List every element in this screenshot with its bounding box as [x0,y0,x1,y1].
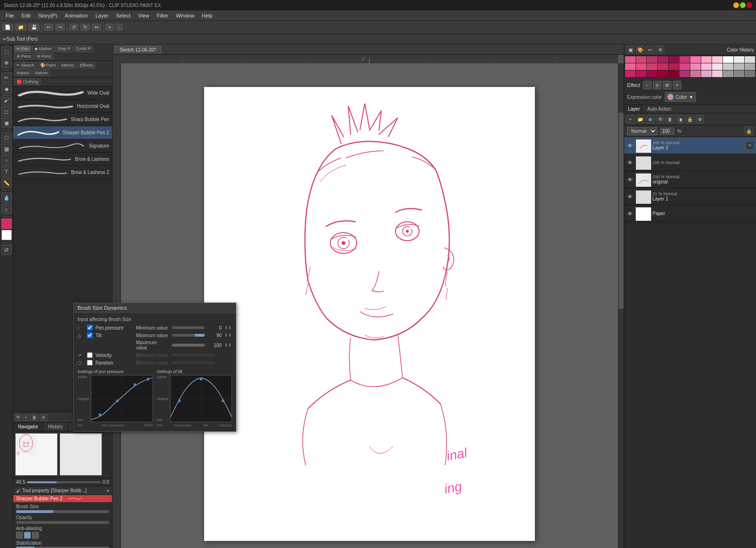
layer-lock-transparent[interactable]: 🔒 [745,127,753,135]
color-swatch-22[interactable] [734,63,744,70]
right-icon-history[interactable]: ↩ [646,45,654,54]
color-swatch-27[interactable] [658,70,668,77]
layer-edit-layer2[interactable]: ✏ [746,141,754,150]
color-swatch-24[interactable] [625,70,636,77]
brush-item-brow-lash-2[interactable]: Brow & Lashess 2 [13,166,112,179]
tool-select[interactable]: ⬚ [1,46,12,57]
layer-eye-unnamed[interactable]: 👁 [626,159,634,166]
tool-marker[interactable]: ◆ [1,84,12,94]
brush-cat-sketch[interactable]: ✏ Sketch [14,62,37,69]
menu-view[interactable]: View [134,12,153,19]
toolbar-flip-h[interactable]: ⇔ [92,24,101,31]
color-swatch-11[interactable] [745,56,755,63]
brush-copy-btn[interactable]: ⧉ [15,414,21,421]
aa-smooth[interactable] [32,532,39,539]
layer-ctrl-new[interactable]: + [626,115,635,123]
color-swatch-32[interactable] [712,70,722,77]
effect-icon-grid[interactable]: ⊞ [663,81,671,89]
color-swatch-18[interactable] [690,63,701,70]
layer-ctrl-merge[interactable]: ⊕ [646,115,654,123]
opacity-slider[interactable] [16,521,109,524]
color-swatch-23[interactable] [745,63,755,70]
brush-cat-marker[interactable]: ◆ Marker [32,45,54,52]
scrollbar-vertical[interactable] [618,63,624,548]
layer-ctrl-delete[interactable]: 🗑 [666,115,674,123]
tool-crop[interactable]: ▦ [1,144,12,154]
menu-animation[interactable]: Animation [61,12,92,19]
right-icon-layers[interactable]: ▣ [626,45,635,54]
brush-cat-pen[interactable]: ✏ Pen [14,45,31,52]
opacity-input[interactable] [660,128,674,135]
brush-cat-onyi[interactable]: Onyi P [55,45,73,52]
tool-zoom[interactable]: ⌕ [1,204,12,214]
color-swatch-35[interactable] [745,70,755,77]
brush-cat-effects[interactable]: Effects [77,62,95,69]
tool-shape[interactable]: ○ [1,155,12,165]
brush-size-slider[interactable] [16,510,109,513]
brush-cat-dami[interactable]: DAMI P [74,45,93,52]
toolbar-zoom-out[interactable]: - [116,24,123,31]
menu-help[interactable]: Help [198,12,216,19]
layer-ctrl-copy[interactable]: ⧉ [656,115,664,123]
brush-item-wide-oval[interactable]: Wide Oval [13,87,112,100]
color-swatch-3[interactable] [658,56,668,63]
color-swatch-7[interactable] [701,56,712,63]
right-icon-settings[interactable]: ⚙ [656,45,664,54]
color-swatch-4[interactable] [669,56,679,63]
close-btn[interactable] [747,2,752,8]
layer-eye-paper[interactable]: 👁 [626,210,634,217]
color-swatch-2[interactable] [647,56,657,63]
brush-item-sharper-bubble-2[interactable]: Sharper Bubble Pen 2 [13,126,112,139]
effect-icon-4[interactable]: ≡ [673,81,681,89]
color-swatch-17[interactable] [679,63,690,70]
tool-color-fg[interactable] [1,218,12,229]
maximize-btn[interactable] [740,2,746,8]
nav-tab-navigator[interactable]: Navigator [13,423,43,431]
menu-layer[interactable]: Layer [92,12,112,19]
layer-tab-layer[interactable]: Layer [624,105,644,113]
color-swatch-9[interactable] [723,56,733,63]
layer-item-layer1[interactable]: 👁 21 % Normal Layer 1 [624,188,756,205]
brush-item-sharp-bubble[interactable]: Sharp Bubble Pen [13,113,112,126]
random-check[interactable] [87,360,93,365]
color-swatch-26[interactable] [647,70,657,77]
blend-mode-select[interactable]: Normal Multiply Screen [627,127,657,135]
layer-ctrl-folder[interactable]: 📁 [636,115,644,123]
color-swatch-13[interactable] [636,63,646,70]
color-swatch-1[interactable] [636,56,646,63]
layer-item-original[interactable]: 👁 100 % Normal original [624,171,756,188]
tool-prop-expand[interactable]: ≡ [107,488,109,493]
color-swatch-20[interactable] [712,63,722,70]
zoom-slider[interactable] [27,481,101,483]
toolbar-zoom-in[interactable]: + [105,24,114,31]
canvas-paper[interactable]: inal ing [204,87,535,541]
color-swatch-29[interactable] [679,70,690,77]
toolbar-open[interactable]: 📁 [15,24,26,31]
menu-edit[interactable]: Edit [18,12,34,19]
tool-color-bg[interactable] [1,230,12,240]
color-swatch-5[interactable] [679,56,690,63]
brush-add-btn[interactable]: + [23,414,29,421]
effect-icon-1[interactable]: ○ [643,81,652,89]
color-swatch-33[interactable] [723,70,733,77]
layer-eye-layer2[interactable]: 👁 [626,142,634,149]
layer-eye-original[interactable]: 👁 [626,176,634,183]
layer-ctrl-lock[interactable]: 🔒 [686,115,694,123]
brush-cat-paint[interactable]: 🎨 Paint [38,62,59,69]
color-swatch-34[interactable] [734,70,744,77]
tool-ruler[interactable]: 📏 [1,178,12,188]
tool-lasso[interactable]: ⬡ [1,132,12,143]
color-swatch-14[interactable] [647,63,657,70]
color-swatch-30[interactable] [690,70,701,77]
color-swatch-6[interactable] [690,56,701,63]
brush-cat-pens2[interactable]: ⊕ Pens [34,53,54,60]
color-swatch-12[interactable] [625,63,636,70]
brush-cat-impact[interactable]: Impact [14,70,32,76]
right-icon-color[interactable]: 🎨 [636,45,644,54]
tool-move[interactable]: ✥ [1,58,12,68]
tool-eyedropper[interactable]: 💧 [1,192,12,203]
minimize-btn[interactable] [733,2,739,8]
menu-filter[interactable]: Filter [153,12,172,19]
toolbar-new[interactable]: 📄 [2,24,13,31]
effect-icon-2[interactable]: ◎ [653,81,662,89]
